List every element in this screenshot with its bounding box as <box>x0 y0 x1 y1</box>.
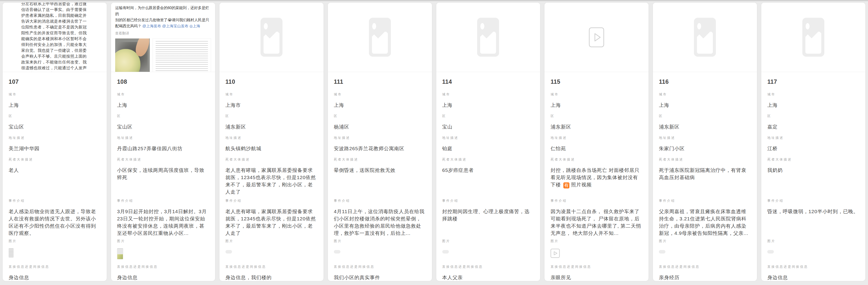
field-value-victim: 老人 <box>9 167 101 174</box>
record-card[interactable]: 111 城市 上海 区 杨浦区 地址描述 安波路265弄兰花教师公寓南区 死者大… <box>328 2 432 281</box>
post-mention-links: @上海发布 @上海宝山发布 ◎上海 <box>142 24 200 28</box>
field-label-city: 城市 <box>117 92 209 97</box>
field-label-event: 事件介绍 <box>225 199 317 203</box>
field-label-victim: 死者大体描述 <box>334 157 426 162</box>
field-value-event: 父亲周嘉祖，肾衰且瘫痪在床靠血透维持生命，3.21住进第七人民医院肾病科治疗，由… <box>659 208 751 237</box>
field-value-event: 封控期间因生理、心理上极度痛苦，选择跳楼 <box>442 208 534 222</box>
field-label-image: 图片 <box>442 239 534 243</box>
image-placeholder-icon <box>260 18 282 57</box>
field-label-event: 事件介绍 <box>767 199 859 203</box>
field-value-event: 老人患有哮喘，家属联系居委报备要求就医，12345也表示尽快，但是120依然来不… <box>225 208 317 237</box>
field-value-victim: 死于浦东医院新冠隔离治疗中，有肾衰高血压封基础病 <box>659 167 751 181</box>
field-value-direct: 身边信息，我们楼的 <box>225 274 317 281</box>
field-value-victim: 我奶奶 <box>767 167 859 174</box>
field-label-image: 图片 <box>659 239 751 243</box>
record-cover[interactable] <box>328 3 432 72</box>
field-label-city: 城市 <box>334 92 426 97</box>
field-value-victim: 小区保安，连续两周高强度值班，导致猝死 <box>117 167 209 181</box>
record-cover[interactable] <box>219 3 323 72</box>
video-play-icon <box>589 27 604 47</box>
record-card[interactable]: 114 城市 上海 区 宝山 地址描述 铂庭 死者大体描述 65岁癌症患者 事件… <box>436 2 541 281</box>
field-label-address: 地址描述 <box>442 136 534 140</box>
field-label-address: 地址描述 <box>225 136 317 140</box>
field-value-address: 安波路265弄兰花教师公寓南区 <box>334 145 426 152</box>
image-placeholder <box>653 3 757 72</box>
record-cover[interactable]: 分左右联系上中华西居委会，通过微信语音确认了这一事实。由于需要保护患者家属的隐私… <box>3 3 107 72</box>
card-row: 分左右联系上中华西居委会，通过微信语音确认了这一事实。由于需要保护患者家属的隐私… <box>0 1 868 281</box>
field-label-victim: 死者大体描述 <box>225 157 317 162</box>
record-cover[interactable] <box>653 3 757 72</box>
video-attachment-thumbnail[interactable] <box>551 249 560 258</box>
field-label-district: 区 <box>551 114 643 118</box>
field-label-address: 地址描述 <box>659 136 751 140</box>
field-label-image: 图片 <box>9 239 101 243</box>
field-label-event: 事件介绍 <box>442 199 534 203</box>
field-value-direct: 我们小区的真实事件 <box>334 274 426 281</box>
field-value-district: 宝山区 <box>117 123 209 130</box>
article-screenshot <box>153 38 211 72</box>
record-card[interactable]: 117 城市 上海 区 嘉定 地址描述 江桥 死者大体描述 我奶奶 事件介绍 昏… <box>761 2 866 281</box>
record-number: 116 <box>659 78 751 92</box>
record-card[interactable]: 116 城市 上海 区 浦东新区 地址描述 朱家门小区 死者大体描述 死于浦东医… <box>653 2 757 281</box>
field-label-address: 地址描述 <box>9 136 101 140</box>
field-value-event: 昏迷，呼吸微弱，120半小时到，已晚。 <box>767 208 859 215</box>
field-label-direct: 直接信息还是间接信息 <box>9 265 101 269</box>
field-value-event: 3月9日起开始封控，3月14日解封。3月23日又一轮封控开始，期间这位保安始终没… <box>117 208 209 237</box>
field-value-district: 嘉定 <box>767 123 859 130</box>
screenshot-text: 分左右联系上中华西居委会，通过微信语音确认了这一事实。由于需要保护患者家属的隐私… <box>21 3 88 72</box>
attachment-thumbnail[interactable] <box>442 250 449 253</box>
field-label-city: 城市 <box>551 92 643 97</box>
record-cover[interactable] <box>761 3 865 72</box>
record-cover[interactable]: 运输有时间，为什么跟居委会的60的菜能到，还好多是烂的 别的区都已经分发过几批物… <box>111 3 215 72</box>
field-label-district: 区 <box>117 114 209 118</box>
record-card[interactable]: 运输有时间，为什么跟居委会的60的菜能到，还好多是烂的 别的区都已经分发过几批物… <box>111 2 215 281</box>
record-number: 108 <box>117 78 209 92</box>
field-value-victim: 晕倒昏迷，送医院抢救无效 <box>334 167 426 174</box>
record-card[interactable]: 115 城市 上海 区 浦东新区 地址描述 仁怡苑 死者大体描述 封控，跳楼自杀… <box>544 2 649 281</box>
placeholder-mountain-shape <box>372 32 388 54</box>
field-label-victim: 死者大体描述 <box>9 157 101 162</box>
field-label-district: 区 <box>334 114 426 118</box>
field-label-event: 事件介绍 <box>334 199 426 203</box>
field-value-city: 上海 <box>551 102 643 109</box>
attachment-thumbnail[interactable] <box>659 250 665 253</box>
record-number: 115 <box>551 78 643 92</box>
field-label-address: 地址描述 <box>117 136 209 140</box>
placeholder-sun-shape <box>697 23 701 29</box>
field-value-city: 上海市 <box>225 102 317 109</box>
record-number: 110 <box>225 78 317 92</box>
field-label-direct: 直接信息还是间接信息 <box>659 265 751 269</box>
record-card[interactable]: 分左右联系上中华西居委会，通过微信语音确认了这一事实。由于需要保护患者家属的隐私… <box>2 2 107 281</box>
field-label-direct: 直接信息还是间接信息 <box>117 265 209 269</box>
field-value-direct: 身边信息 <box>767 274 859 281</box>
field-value-district: 宝山区 <box>9 123 101 130</box>
attachment-thumbnail[interactable] <box>767 250 774 253</box>
record-cover[interactable] <box>436 3 540 72</box>
field-value-district: 浦东新区 <box>225 123 317 130</box>
attachment-thumbnail[interactable] <box>334 250 340 253</box>
cover-text-screenshot: 分左右联系上中华西居委会，通过微信语音确认了这一事实。由于需要保护患者家属的隐私… <box>3 3 107 72</box>
field-label-event: 事件介绍 <box>659 199 751 203</box>
thumbnail-text-part <box>117 248 123 254</box>
record-card[interactable]: 110 城市 上海市 区 浦东新区 地址描述 航头镇鹤沙航城 死者大体描述 老人… <box>219 2 324 281</box>
field-value-city: 上海 <box>334 102 426 109</box>
field-label-victim: 死者大体描述 <box>767 157 859 162</box>
field-label-direct: 直接信息还是间接信息 <box>442 265 534 269</box>
field-value-victim: 老人患有哮喘，家属联系居委报备要求就医，12345也表示尽快，但是120依然来不… <box>225 167 317 195</box>
field-value-address: 丹霞山路257弄馨佳园八街坊 <box>117 145 209 152</box>
field-label-city: 城市 <box>767 92 859 97</box>
image-placeholder-icon <box>477 18 499 57</box>
attachment-thumbnail[interactable] <box>9 248 13 257</box>
placeholder-mountain-shape <box>264 32 279 54</box>
field-label-image: 图片 <box>551 239 643 243</box>
field-value-address: 仁怡苑 <box>551 145 643 152</box>
attachment-thumbnail[interactable] <box>117 248 123 259</box>
field-value-victim: 65岁癌症患者 <box>442 167 534 174</box>
record-cover[interactable] <box>545 3 649 72</box>
field-label-address: 地址描述 <box>551 136 643 140</box>
placeholder-mountain-shape <box>697 32 713 54</box>
field-value-address: 铂庭 <box>442 145 534 152</box>
image-placeholder-icon <box>369 18 391 57</box>
field-value-address: 朱家门小区 <box>659 145 751 152</box>
attachment-thumbnail[interactable] <box>225 250 232 253</box>
